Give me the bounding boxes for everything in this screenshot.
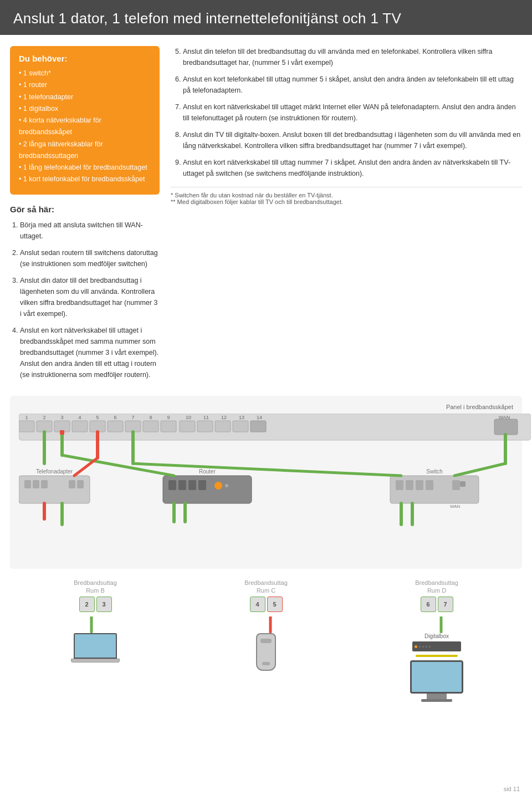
- svg-line-66: [454, 463, 505, 476]
- svg-point-50: [225, 484, 228, 487]
- svg-rect-7: [72, 421, 88, 432]
- dbox-led-4: [429, 646, 431, 648]
- right-instructions: Anslut din telefon till det bredbandsutt…: [171, 46, 522, 179]
- step-2: Anslut sedan routern till switchens dato…: [20, 247, 160, 269]
- footnotes: * Switchen får du utan kostnad när du be…: [171, 187, 522, 205]
- svg-text:11: 11: [203, 415, 209, 420]
- svg-rect-62: [460, 481, 466, 487]
- svg-rect-27: [250, 421, 266, 432]
- digitalbox-icon: [412, 641, 461, 651]
- svg-text:13: 13: [239, 415, 244, 420]
- content-area: Du behöver: 1 switch* 1 router 1 telefon…: [0, 35, 532, 386]
- svg-text:8: 8: [149, 415, 152, 420]
- svg-rect-41: [77, 480, 84, 488]
- svg-rect-11: [108, 421, 123, 432]
- svg-rect-37: [24, 480, 31, 488]
- room-c-label: Bredbandsuttag Rum C: [244, 579, 288, 595]
- room-c: Bredbandsuttag Rum C 4 5: [181, 579, 351, 671]
- step-8: Anslut din TV till digitaltv-boxen. Ansl…: [183, 129, 522, 151]
- room-c-outlets: 4 5: [250, 597, 283, 612]
- svg-rect-39: [41, 480, 48, 488]
- diagram-svg: 1 2 3 4 5 6 7 8 9 10 11 12 13: [19, 414, 531, 558]
- svg-rect-48: [198, 480, 206, 490]
- svg-rect-25: [233, 421, 248, 432]
- svg-text:9: 9: [167, 415, 170, 420]
- needs-item: 1 lång telefonkabel för bredbandsuttaget: [19, 162, 151, 174]
- room-d-label: Bredbandsuttag Rum D: [415, 579, 458, 595]
- svg-rect-58: [416, 480, 423, 490]
- needs-item: 4 korta nätverkskablar för bredbandsskåp…: [19, 115, 151, 139]
- digitalbox-label: Digitalbox: [424, 633, 449, 639]
- svg-rect-15: [143, 421, 158, 432]
- dbox-led-orange: [415, 645, 417, 648]
- steps-list-left: Börja med att ansluta switchen till WAN-…: [10, 220, 160, 380]
- switch-label: Switch: [426, 468, 442, 475]
- svg-rect-46: [178, 480, 186, 490]
- svg-text:10: 10: [186, 415, 191, 420]
- svg-text:6: 6: [114, 415, 116, 420]
- page-title: Anslut 1 dator, 1 telefon med internette…: [13, 10, 401, 27]
- dbox-led-1: [419, 646, 421, 648]
- svg-rect-38: [33, 480, 39, 488]
- svg-rect-55: [390, 476, 479, 503]
- steps-list-right: Anslut din telefon till det bredbandsutt…: [171, 46, 522, 179]
- outlet-7: 7: [438, 597, 453, 612]
- step-7: Anslut en kort nätverkskabel till uttage…: [183, 101, 522, 124]
- svg-rect-1: [19, 421, 34, 432]
- svg-rect-45: [168, 480, 176, 490]
- needs-item: 1 kort telefonkabel för bredbandsskåpet: [19, 174, 151, 185]
- right-column: Anslut din telefon till det bredbandsutt…: [171, 46, 522, 386]
- dbox-tv-cable-svg: [415, 651, 459, 660]
- needs-item: 1 telefonadapter: [19, 91, 151, 103]
- tv-icon: [409, 660, 464, 702]
- step-3: Anslut din dator till det bredbandsuttag…: [20, 275, 160, 319]
- svg-rect-44: [163, 476, 252, 503]
- svg-text:14: 14: [257, 415, 262, 420]
- svg-rect-21: [197, 421, 213, 432]
- phone-icon: [253, 633, 279, 671]
- svg-rect-60: [452, 480, 460, 490]
- outlet-6: 6: [421, 597, 436, 612]
- page-number: sid 11: [504, 786, 520, 792]
- left-instructions: Gör så här: Börja med att ansluta switch…: [10, 205, 160, 380]
- port-label-1: 1: [25, 415, 28, 420]
- left-column: Du behöver: 1 switch* 1 router 1 telefon…: [10, 46, 160, 386]
- svg-rect-19: [180, 421, 195, 432]
- svg-rect-31: [60, 430, 64, 435]
- svg-rect-23: [215, 421, 231, 432]
- panel-label: Panel i bredbandsskåpet: [19, 404, 513, 410]
- step-4: Anslut en kort nätverkskabel till uttage…: [20, 325, 160, 380]
- svg-rect-57: [406, 480, 413, 490]
- svg-rect-56: [396, 480, 403, 490]
- svg-point-49: [214, 482, 222, 490]
- room-b: Bredbandsuttag Rum B 2 3: [10, 579, 181, 663]
- svg-rect-29: [494, 419, 518, 435]
- step-9: Anslut en kort nätverkskabel till uttag …: [183, 157, 522, 179]
- needs-item: 1 digitalbox: [19, 103, 151, 115]
- page-header: Anslut 1 dator, 1 telefon med internette…: [0, 0, 532, 35]
- step-6: Anslut en kort telefonkabel till uttag n…: [183, 74, 522, 96]
- svg-text:2: 2: [43, 415, 45, 420]
- needs-list: 1 switch* 1 router 1 telefonadapter 1 di…: [19, 68, 151, 186]
- outlet-2: 2: [79, 597, 95, 612]
- outlet-4: 4: [250, 597, 265, 612]
- needs-item: 1 router: [19, 79, 151, 91]
- room-b-outlets: 2 3: [79, 597, 112, 612]
- svg-text:12: 12: [221, 415, 227, 420]
- needs-box: Du behöver: 1 switch* 1 router 1 telefon…: [10, 46, 160, 195]
- step-5: Anslut din telefon till det bredbandsutt…: [183, 46, 522, 68]
- room-d-cable-svg: [420, 616, 453, 633]
- svg-text:3: 3: [60, 415, 63, 420]
- svg-rect-17: [161, 421, 176, 432]
- outlet-5: 5: [267, 597, 283, 612]
- svg-rect-40: [69, 480, 75, 488]
- svg-text:4: 4: [78, 415, 81, 420]
- room-b-cable-svg: [81, 616, 109, 633]
- footnote-2: ** Med digitalboxen följer kablar till T…: [171, 198, 522, 205]
- bottom-section: Bredbandsuttag Rum B 2 3 Bredbandsuttag …: [0, 569, 532, 702]
- outlet-3: 3: [96, 597, 112, 612]
- footnote-1: * Switchen får du utan kostnad när du be…: [171, 192, 522, 198]
- svg-line-65: [133, 463, 401, 476]
- room-d-outlets: 6 7: [421, 597, 453, 612]
- needs-heading: Du behöver:: [19, 54, 151, 63]
